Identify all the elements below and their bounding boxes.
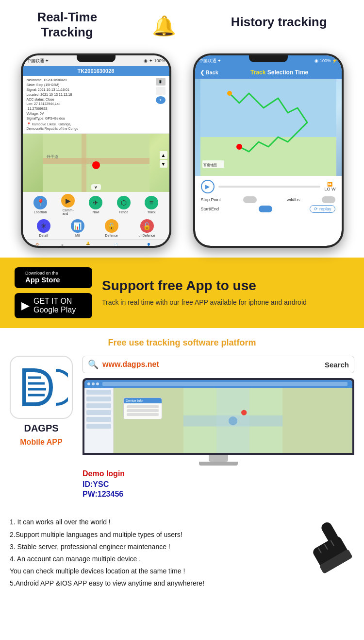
phone1-map-arrows: ▲ ▼ (160, 151, 167, 168)
bottom-list[interactable]: ≡ List (60, 243, 65, 246)
monitor-inner: Device Info (84, 380, 352, 453)
phone1-screen: 中国联通 ✦ 11:16 ◉ ✦ 100% TK2001630028 Nickn… (23, 55, 169, 246)
phone2: 中国联通 ✦ 11:16 ◉ 100% ⚡ ❮ Back Track Selec… (193, 53, 344, 248)
top-features-bar: Real-TimeTracking 🔔 History tracking (0, 0, 364, 49)
feature-item-3: 3. Stable server, professional engineer … (10, 541, 296, 553)
monitor-url-bar (102, 382, 347, 386)
search-icon: 🔍 (88, 359, 99, 370)
nav-command-icon: ▶ (61, 194, 75, 208)
phone1-device-id: TK2001630028 (78, 68, 115, 74)
app-store-button[interactable]: Download on the App Store (15, 267, 92, 288)
stop-point-toggle[interactable] (243, 196, 257, 203)
nav-undefence[interactable]: 🔓 unDefence (139, 219, 155, 237)
phone2-play-btn[interactable]: ▶ (201, 180, 215, 193)
monitor-bezel: Device Info (84, 380, 352, 453)
phone1-acc: ACC status: Close (27, 97, 153, 102)
bottom-alarm[interactable]: 🔔 Alarm 47 (83, 242, 92, 246)
monitor-dialog-line2 (127, 409, 159, 412)
start-end-label: Start/End (201, 207, 219, 211)
history-title: History tracking (231, 15, 327, 30)
monitor-dot1 (87, 382, 90, 385)
demo-block: Demo login ID:YSC PW:123456 (83, 469, 354, 499)
monitor-dialog-header: Device Info (124, 398, 162, 403)
feature-item-4: 4. An account can manage multiple device… (10, 553, 296, 565)
phone1-notch (77, 55, 116, 62)
yellow-section: Download on the App Store ▶ GET IT ON Go… (0, 258, 364, 328)
nav-defence-icon: 🔒 (105, 219, 118, 233)
sidebar-item4 (86, 410, 111, 415)
monitor-screen: Device Info (83, 378, 354, 455)
phone2-map: 百度地图 (195, 79, 342, 176)
nav-detail-label: Detail (39, 234, 48, 237)
start-end-toggle[interactable] (259, 206, 272, 212)
nav-location[interactable]: 📍 Location (33, 196, 47, 214)
nav-location-label: Location (34, 210, 47, 214)
nav-fence[interactable]: ⬡ Fence (117, 196, 131, 214)
svg-rect-2 (82, 134, 86, 192)
platform-section: Free use tracking software platform (0, 328, 364, 508)
map-up-arrow[interactable]: ▲ (160, 151, 167, 159)
nav-navi[interactable]: ✈ Navi (89, 196, 102, 214)
wifi-label: wifi/lbs (287, 197, 300, 202)
realtime-title: Real-TimeTracking (37, 10, 97, 40)
phone2-progress-bar[interactable] (218, 186, 321, 188)
app-icon (10, 356, 73, 419)
phone2-header: ❮ Back Track Selection Time (195, 66, 342, 79)
realtime-tracking-block: Real-TimeTracking (37, 10, 97, 44)
replay-btn[interactable]: ⟳ replay (310, 205, 335, 213)
app-icon-block: DAGPS Mobile APP (10, 356, 73, 447)
phones-section: 中国联通 ✦ 11:16 ◉ ✦ 100% TK2001630028 Nickn… (0, 49, 364, 258)
bottom-report[interactable]: 📄 Report (111, 243, 121, 246)
google-play-small-text: GET IT ON (33, 297, 76, 306)
google-play-text: GET IT ON Google Play (33, 297, 76, 314)
nav-detail[interactable]: ✳ Detail (37, 219, 50, 237)
search-button[interactable]: Search (325, 361, 349, 369)
nav-defence-label: Defence (105, 234, 118, 237)
nav-command[interactable]: ▶ Comm-and (61, 194, 75, 215)
phone2-controls: ▶ ⏩ LO W Stop Point wifi/lbs Start/End (195, 176, 342, 219)
phone1-icon1: 📱 (156, 78, 165, 86)
thumbs-up-icon (296, 516, 354, 576)
phone1-map-svg: 外干道 (23, 134, 169, 192)
nav-fence-label: Fence (119, 210, 128, 214)
phone2-startend-row: Start/End ⟳ replay (201, 205, 336, 213)
phone1-coords: Lon: 27.13122944,Lat: (27, 102, 153, 106)
app-name: DAGPS (24, 423, 58, 434)
platform-content: DAGPS Mobile APP 🔍 www.dagps.net Search (10, 356, 354, 499)
monitor-dot3 (96, 382, 99, 385)
svg-text:外干道: 外干道 (47, 155, 58, 159)
bell-icon: 🔔 (152, 15, 176, 37)
search-url: www.dagps.net (102, 360, 325, 369)
demo-id: ID:YSC (83, 480, 354, 489)
nav-track-label: Track (147, 210, 155, 214)
bottom-usercenter[interactable]: 👤 User Center (140, 243, 158, 246)
svg-point-9 (227, 91, 232, 96)
store-buttons: Download on the App Store ▶ GET IT ON Go… (15, 267, 92, 318)
phone1-voltage: Voltage: 0V (27, 111, 153, 116)
google-play-button[interactable]: ▶ GET IT ON Google Play (15, 293, 92, 318)
phone1-lat: -11.27069833 (27, 106, 153, 111)
nav-defence[interactable]: 🔒 Defence (105, 219, 118, 237)
phone1-nav-row1: 📍 Location ▶ Comm-and ✈ Navi ⬡ Fence ≡ (23, 192, 169, 217)
phone2-header-title: Track Selection Time (222, 69, 337, 76)
features-section: 1. It can works all over the world ! 2.S… (0, 508, 364, 594)
wifi-toggle[interactable] (322, 196, 335, 203)
svg-point-8 (236, 144, 242, 150)
demo-pw: PW:123456 (83, 490, 354, 499)
map-down-arrow[interactable]: ▼ (160, 160, 167, 168)
phone1-nickname: Nickname: TK2001630028 (27, 78, 153, 83)
phone2-back-btn[interactable]: ❮ Back (200, 69, 218, 76)
nav-mil[interactable]: 📊 Mil (71, 219, 84, 237)
nav-navi-icon: ✈ (89, 196, 102, 209)
nav-command-label: Comm-and (63, 208, 74, 215)
monitor-wrapper: Device Info (83, 378, 354, 466)
phone2-playbar: ▶ ⏩ LO W (201, 180, 336, 193)
monitor-dot2 (92, 382, 95, 385)
phone1-expand[interactable]: ∨ (91, 184, 101, 190)
play-store-icon: ▶ (21, 299, 30, 312)
support-desc: Track in real time with our free APP ava… (102, 297, 349, 308)
nav-track[interactable]: ≡ Track (145, 196, 158, 214)
history-tracking-block: History tracking (231, 10, 327, 30)
monitor-dialog-line1 (127, 405, 159, 408)
bottom-main[interactable]: 🏠 Main (34, 243, 41, 246)
